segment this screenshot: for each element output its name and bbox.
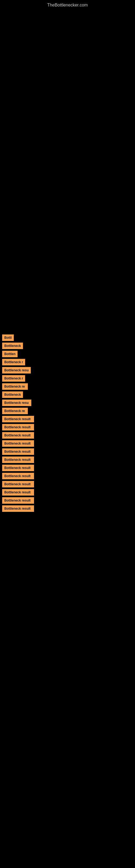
list-item: Bottleneck	[0, 392, 135, 398]
bottleneck-result-label: Bottleneck re	[2, 408, 28, 414]
bottleneck-result-label: Bottleneck result	[2, 432, 34, 439]
list-item: Bottleneck re	[0, 383, 135, 390]
list-item: Bottleneck result	[0, 457, 135, 463]
bottleneck-result-label: Bottleneck result	[2, 424, 34, 431]
bottleneck-result-label: Bottleneck result	[2, 416, 34, 422]
site-title: TheBottlenecker.com	[0, 0, 135, 9]
bottleneck-result-label: Bottleneck resu	[2, 400, 31, 406]
list-item: Bottleneck result	[0, 465, 135, 471]
bottleneck-result-label: Bottleneck resu	[2, 367, 31, 373]
list-item: Bottleneck r	[0, 359, 135, 365]
bottleneck-result-label: Bottleneck r	[2, 375, 25, 382]
bottleneck-result-label: Bottleneck r	[2, 359, 25, 365]
list-item: Bottlen	[0, 351, 135, 357]
list-item: Bottleneck result	[0, 489, 135, 496]
bottleneck-result-label: Bottleneck result	[2, 440, 34, 447]
bottleneck-result-label: Bottleneck	[2, 392, 23, 398]
list-item: Bottleneck result	[0, 473, 135, 479]
list-item: Bottleneck	[0, 343, 135, 349]
bottleneck-result-label: Bottleneck result	[2, 465, 34, 471]
bottleneck-result-label: Bottleneck result	[2, 457, 34, 463]
bottleneck-result-label: Bottleneck result	[2, 497, 34, 504]
list-item: Bottleneck resu	[0, 367, 135, 373]
site-title-container: TheBottlenecker.com	[0, 0, 135, 9]
bottleneck-result-label: Bottl	[2, 335, 14, 341]
bottleneck-result-label: Bottleneck result	[2, 481, 34, 488]
items-container: BottlBottleneckBottlenBottleneck rBottle…	[0, 9, 135, 512]
list-item: Bottleneck resu	[0, 400, 135, 406]
bottleneck-result-label: Bottleneck	[2, 343, 23, 349]
bottleneck-result-label: Bottleneck result	[2, 448, 34, 455]
list-item: Bottleneck r	[0, 375, 135, 382]
list-item: Bottleneck result	[0, 432, 135, 439]
bottleneck-result-label: Bottleneck result	[2, 489, 34, 496]
list-item: Bottl	[0, 335, 135, 341]
list-item: Bottleneck result	[0, 481, 135, 488]
bottleneck-result-label: Bottleneck result	[2, 505, 34, 512]
list-item: Bottleneck result	[0, 505, 135, 512]
bottleneck-result-label: Bottleneck re	[2, 383, 28, 390]
list-item: Bottleneck result	[0, 424, 135, 431]
bottleneck-result-label: Bottlen	[2, 351, 17, 357]
list-item: Bottleneck result	[0, 416, 135, 422]
list-item: Bottleneck result	[0, 448, 135, 455]
list-item: Bottleneck re	[0, 408, 135, 414]
list-item: Bottleneck result	[0, 497, 135, 504]
bottleneck-result-label: Bottleneck result	[2, 473, 34, 479]
list-item: Bottleneck result	[0, 440, 135, 447]
